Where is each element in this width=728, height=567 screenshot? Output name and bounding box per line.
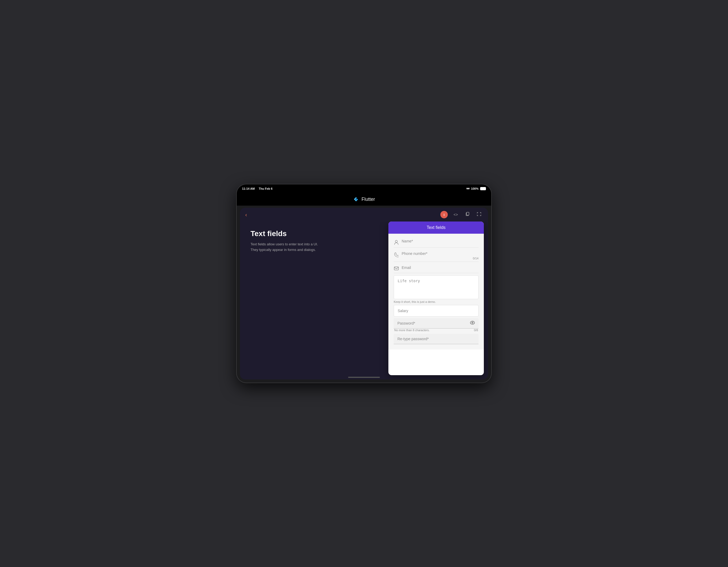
password-field — [394, 318, 479, 328]
svg-point-5 — [395, 240, 397, 243]
left-panel: Text fields Text fields allow users to e… — [240, 222, 388, 379]
phone-field-row: 0/14 — [394, 249, 479, 262]
code-button[interactable]: <> — [452, 211, 459, 218]
salary-input[interactable] — [398, 309, 475, 313]
password-meta: No more than 8 characters. 0/8 — [394, 328, 479, 332]
main-area: ‹ i <> — [240, 208, 488, 379]
flutter-icon — [353, 196, 359, 203]
svg-rect-4 — [467, 212, 469, 215]
name-input-wrap — [402, 239, 479, 243]
info-button[interactable]: i — [440, 211, 448, 218]
email-input-wrap — [402, 266, 479, 270]
form-body: 0/14 — [388, 234, 484, 349]
time-display: 11:14 AM — [242, 187, 255, 190]
toolbar: ‹ i <> — [240, 208, 488, 222]
svg-rect-6 — [394, 267, 398, 270]
fullscreen-icon — [477, 212, 481, 217]
phone-icon — [394, 253, 399, 258]
flutter-logo: Flutter — [353, 196, 375, 203]
phone-input-wrap: 0/14 — [402, 252, 479, 260]
password-hint: No more than 8 characters. — [394, 328, 429, 332]
name-field-row — [394, 236, 479, 248]
status-bar-right: ▾▾ 100% — [466, 187, 486, 191]
salary-field — [394, 305, 479, 316]
email-field-row — [394, 263, 479, 273]
email-input[interactable] — [402, 266, 479, 270]
copy-icon — [465, 212, 470, 217]
battery-icon — [480, 187, 486, 190]
form-header: Text fields — [388, 222, 484, 234]
retype-password-field — [394, 334, 479, 344]
status-bar-left: 11:14 AM Thu Feb 6 — [242, 187, 273, 190]
toolbar-right: i <> — [440, 211, 483, 218]
copy-button[interactable] — [464, 211, 471, 218]
flutter-label: Flutter — [361, 197, 375, 202]
password-visibility-toggle[interactable] — [470, 321, 475, 325]
person-icon — [394, 240, 399, 246]
name-input[interactable] — [402, 239, 479, 243]
form-title: Text fields — [427, 225, 445, 230]
page-title: Text fields — [251, 230, 378, 238]
email-icon — [394, 267, 399, 271]
top-bar: Flutter — [237, 193, 491, 206]
content-layout: Text fields Text fields allow users to e… — [240, 222, 488, 379]
phone-input[interactable] — [402, 252, 479, 256]
password-counter: 0/8 — [474, 328, 478, 332]
info-icon: i — [444, 213, 445, 217]
date-display: Thu Feb 6 — [259, 187, 273, 190]
battery-pct: 100% — [471, 187, 479, 190]
toolbar-left: ‹ — [245, 212, 247, 218]
retype-password-input[interactable] — [397, 337, 475, 341]
status-bar: 11:14 AM Thu Feb 6 ▾▾ 100% — [237, 185, 491, 193]
scroll-indicator — [348, 377, 380, 378]
fullscreen-button[interactable] — [475, 211, 483, 218]
svg-point-7 — [470, 321, 475, 324]
back-button[interactable]: ‹ — [245, 212, 247, 218]
form-card: Text fields — [388, 222, 484, 375]
wifi-icon: ▾▾ — [466, 187, 470, 191]
device-frame: 11:14 AM Thu Feb 6 ▾▾ 100% Flutter — [237, 185, 491, 382]
code-icon: <> — [454, 213, 458, 217]
password-input[interactable] — [397, 321, 470, 325]
page-description: Text fields allow users to enter text in… — [251, 242, 378, 253]
life-story-field — [394, 275, 479, 299]
life-story-input[interactable] — [398, 279, 475, 294]
svg-point-8 — [472, 322, 473, 323]
life-story-hint: Keep it short, this is just a demo. — [394, 300, 479, 303]
phone-counter: 0/14 — [402, 257, 479, 260]
